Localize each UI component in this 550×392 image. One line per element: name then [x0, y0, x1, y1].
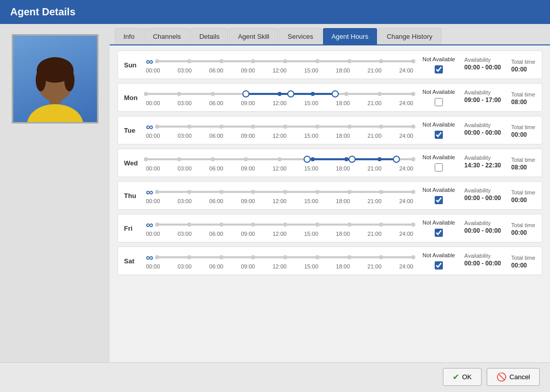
slider-container-wed[interactable]: 00:0003:0006:0009:0012:0015:0018:0021:00…: [146, 154, 413, 172]
slider-thumb-end-mon[interactable]: [332, 90, 339, 97]
infinity-icon-thu: ∞: [146, 186, 153, 198]
slider-container-sat[interactable]: ∞00:0003:0006:0009:0012:0015:0018:0021:0…: [146, 252, 413, 270]
time-marker: 06:00: [209, 165, 223, 172]
not-available-checkbox-sun[interactable]: [435, 65, 443, 74]
slider-dot: [244, 157, 248, 161]
availability-label: Availability: [464, 253, 501, 259]
slider-dot: [347, 223, 352, 227]
availability-section-wed: Availability14:30 - 22:30Total time08:00: [464, 155, 536, 171]
cancel-button[interactable]: 🚫 Cancel: [487, 368, 540, 386]
time-marker: 24:00: [399, 133, 413, 139]
time-marker: 18:00: [336, 198, 350, 204]
slider-dot: [251, 59, 255, 63]
time-marker: 03:00: [178, 133, 192, 139]
slider-dot: [211, 157, 215, 161]
availability-section-thu: Availability00:00 - 00:00Total time00:00: [464, 187, 536, 204]
not-available-label-thu: Not Available: [422, 187, 455, 193]
slider-thumb-mid-mon[interactable]: [287, 90, 294, 97]
tab-channels[interactable]: Channels: [144, 28, 190, 44]
page-title: Agent Details: [10, 6, 76, 17]
time-marker: 24:00: [399, 100, 413, 106]
time-marker: 06:00: [209, 133, 223, 139]
not-available-checkbox-sat[interactable]: [435, 261, 443, 270]
not-available-checkbox-thu[interactable]: [435, 196, 443, 204]
time-marker: 15:00: [304, 100, 318, 106]
slider-dot: [251, 125, 255, 129]
not-available-checkbox-mon[interactable]: [435, 98, 443, 106]
tab-info[interactable]: Info: [115, 28, 143, 44]
day-label-wed: Wed: [124, 159, 142, 167]
availability-time-wed: 14:30 - 22:30: [464, 162, 501, 169]
total-time-value-sat: 00:00: [511, 262, 535, 269]
time-marker: 03:00: [178, 67, 192, 74]
not-available-label-tue: Not Available: [422, 121, 455, 128]
slider-thumb-end-wed[interactable]: [393, 156, 400, 163]
total-time-value-tue: 00:00: [511, 131, 535, 138]
slider-dot: [411, 190, 415, 194]
availability-section-sun: Availability00:00 - 00:00Total time00:00: [464, 57, 536, 73]
time-marker: 21:00: [367, 198, 382, 204]
total-time-value-mon: 08:00: [511, 99, 535, 106]
slider-dot: [347, 190, 352, 194]
slider-dot: [315, 125, 319, 129]
slider-dot: [379, 190, 383, 194]
slider-dot: [155, 223, 159, 227]
tab-details[interactable]: Details: [191, 28, 229, 44]
not-available-section-tue: Not Available: [422, 121, 455, 138]
time-marker: 24:00: [399, 67, 413, 74]
not-available-checkbox-fri[interactable]: [435, 229, 443, 237]
time-marker: 15:00: [304, 165, 318, 172]
availability-section-mon: Availability09:00 - 17:00Total time08:00: [464, 89, 536, 106]
infinity-icon-fri: ∞: [146, 219, 153, 231]
time-marker: 18:00: [336, 133, 350, 139]
total-time-value-sun: 00:00: [511, 66, 535, 73]
day-label-mon: Mon: [124, 94, 142, 102]
slider-dot: [219, 223, 223, 227]
time-marker: 09:00: [241, 100, 255, 106]
day-label-thu: Thu: [124, 192, 142, 200]
time-marker: 15:00: [304, 263, 318, 270]
slider-container-tue[interactable]: ∞00:0003:0006:0009:0012:0015:0018:0021:0…: [146, 121, 413, 139]
slider-dot: [347, 125, 352, 129]
slider-container-mon[interactable]: 00:0003:0006:0009:0012:0015:0018:0021:00…: [146, 89, 413, 106]
not-available-label-sat: Not Available: [422, 252, 455, 259]
slider-dot: [177, 92, 181, 96]
availability-label: Availability: [464, 57, 501, 63]
slider-dot: [315, 190, 319, 194]
not-available-checkbox-wed[interactable]: [435, 163, 443, 172]
ok-button[interactable]: ✔ OK: [443, 368, 482, 386]
slider-dot: [144, 92, 148, 96]
tab-agent-hours[interactable]: Agent Hours: [323, 28, 377, 44]
day-label-tue: Tue: [124, 127, 142, 134]
time-marker: 03:00: [178, 231, 192, 237]
time-marker: 12:00: [272, 67, 287, 74]
not-available-label-mon: Not Available: [422, 89, 455, 95]
availability-time-sat: 00:00 - 00:00: [464, 260, 501, 267]
tab-change-history[interactable]: Change History: [378, 28, 441, 44]
availability-time-sun: 00:00 - 00:00: [464, 64, 501, 71]
slider-thumb-start-wed[interactable]: [304, 156, 311, 163]
time-marker: 12:00: [272, 263, 287, 270]
slider-thumb-start-mon[interactable]: [242, 90, 249, 97]
not-available-checkbox-tue[interactable]: [435, 131, 443, 139]
time-marker: 06:00: [209, 231, 223, 237]
slider-dot: [144, 157, 148, 161]
tab-agent-skill[interactable]: Agent Skill: [229, 28, 278, 44]
check-icon: ✔: [453, 372, 459, 382]
slider-dot: [411, 255, 415, 259]
slider-container-thu[interactable]: ∞00:0003:0006:0009:0012:0015:0018:0021:0…: [146, 187, 413, 204]
total-time-label: Total time: [511, 124, 535, 130]
slider-dot: [177, 157, 181, 161]
slider-dot: [187, 255, 191, 259]
tab-services[interactable]: Services: [279, 28, 322, 44]
slider-dot: [155, 190, 159, 194]
time-marker: 00:00: [146, 100, 160, 106]
day-label-sat: Sat: [124, 257, 142, 265]
slider-container-fri[interactable]: ∞00:0003:0006:0009:0012:0015:0018:0021:0…: [146, 219, 413, 237]
slider-thumb-mid-wed[interactable]: [348, 156, 356, 163]
slider-container-sun[interactable]: ∞00:0003:0006:0009:0012:0015:0018:0021:0…: [146, 56, 413, 74]
day-row-sun: Sun∞00:0003:0006:0009:0012:0015:0018:002…: [117, 51, 542, 79]
slider-dot: [187, 125, 191, 129]
slider-dot: [155, 255, 159, 259]
time-marker: 06:00: [209, 100, 223, 106]
